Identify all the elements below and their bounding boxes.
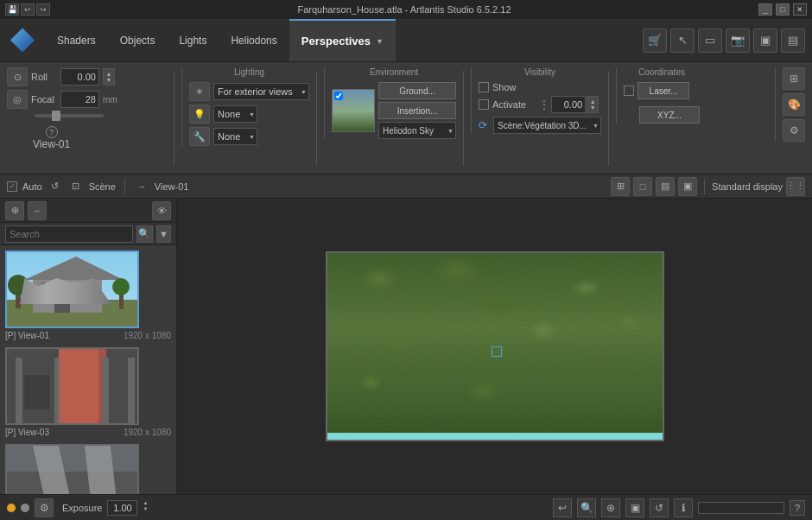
lighting-none2-wrapper[interactable]: None <box>213 128 257 145</box>
toolbar: ⊙ Roll ▲ ▼ ◎ Focal mm ? View-01 Light <box>0 62 812 174</box>
render-nav-btn[interactable]: ▣ <box>625 498 644 517</box>
search-button[interactable]: 🔍 <box>136 225 153 243</box>
export-icon[interactable]: ↖ <box>670 29 695 53</box>
more-icon[interactable]: ⋮⋮ <box>786 177 805 196</box>
menu-perspectives[interactable]: Perspectives ▼ <box>289 19 396 61</box>
scene-icon[interactable]: ⊡ <box>68 179 84 194</box>
settings-status-icon[interactable]: ⚙ <box>35 498 54 517</box>
list-item[interactable]: [P] View-01 1920 x 1080 <box>5 250 171 340</box>
tool-icon[interactable]: 🔧 <box>189 127 210 146</box>
ground-button[interactable]: Ground... <box>378 82 456 99</box>
grid2-icon[interactable]: ⊞ <box>611 177 630 196</box>
lighting-select-wrapper[interactable]: For exterior views <box>213 83 309 100</box>
roll-input[interactable] <box>60 68 99 86</box>
color-icon[interactable]: 🎨 <box>783 93 805 116</box>
perspective-thumb-view02[interactable] <box>5 444 139 494</box>
eye-icon[interactable]: 👁 <box>152 201 171 220</box>
refresh-icon[interactable]: ↺ <box>48 179 63 194</box>
grid-icon[interactable]: ▣ <box>753 29 777 53</box>
perspective-thumb-view03[interactable] <box>5 347 139 425</box>
exposure-spinner[interactable]: ▲ ▼ <box>143 500 148 516</box>
minimize-button[interactable]: _ <box>758 3 772 16</box>
focal-slider[interactable] <box>35 114 104 117</box>
laser-button[interactable]: Laser... <box>638 82 689 99</box>
auto-checkbox[interactable]: ✓ <box>7 181 17 192</box>
divider2 <box>316 71 317 166</box>
camera-icon[interactable]: 📷 <box>726 29 750 53</box>
close-button[interactable]: ✕ <box>793 3 807 16</box>
list-item[interactable]: [P] View-03 1920 x 1080 <box>5 347 171 437</box>
refresh-nav-btn[interactable]: ↺ <box>650 498 669 517</box>
svg-rect-13 <box>59 349 106 425</box>
env-checkbox[interactable] <box>334 92 343 100</box>
undo-nav-btn[interactable]: ↩ <box>553 498 572 517</box>
help-status-btn[interactable]: ? <box>790 500 805 516</box>
lighting-none2-select[interactable]: None <box>213 128 257 145</box>
maximize-button[interactable]: □ <box>776 3 790 16</box>
remove-perspective-icon[interactable]: − <box>28 201 47 220</box>
perspective-name: [P] View-01 <box>5 331 49 340</box>
env-preview <box>332 89 375 132</box>
focal-input[interactable] <box>60 91 99 108</box>
menu-objects[interactable]: Objects <box>108 19 168 61</box>
xyz-button[interactable]: XYZ... <box>639 106 700 124</box>
display-label: Standard display <box>712 181 783 192</box>
perspectives-label: Perspectives <box>301 35 371 48</box>
show-checkbox[interactable] <box>479 82 489 92</box>
perspective-thumb-view01[interactable] <box>5 250 139 328</box>
perspectives-list: [P] View-01 1920 x 1080 <box>0 245 176 494</box>
title-bar: 💾 ↩ ↪ Farquharson_House.atla - Artlantis… <box>0 0 812 19</box>
help-icon[interactable]: ? <box>46 126 58 138</box>
list-item[interactable]: [W] View-02 1920 x 1080 <box>5 444 171 494</box>
activate-checkbox[interactable] <box>479 99 489 110</box>
info-nav-btn[interactable]: ℹ <box>674 498 693 517</box>
activate-input[interactable] <box>551 96 586 113</box>
arrow-right-icon[interactable]: → <box>134 179 149 194</box>
lighting-none1-wrapper[interactable]: None <box>213 105 257 123</box>
settings-icon[interactable]: ⚙ <box>783 119 805 142</box>
warning-dot-gray <box>21 504 29 512</box>
heliodon-select-wrapper[interactable]: Heliodon Sky <box>378 122 456 139</box>
frame2-icon[interactable]: □ <box>633 177 652 196</box>
svg-rect-3 <box>41 282 59 300</box>
exposure-input[interactable] <box>107 500 137 516</box>
menu-heliodons[interactable]: Heliodons <box>219 19 289 61</box>
logo-diamond <box>10 29 35 53</box>
lighting-label: Lighting <box>189 67 309 77</box>
light-icon[interactable]: 💡 <box>189 105 210 124</box>
focal-icon[interactable]: ◎ <box>7 90 28 109</box>
zoom-nav-btn[interactable]: 🔍 <box>577 498 596 517</box>
svg-rect-15 <box>16 358 22 425</box>
region-icon[interactable]: ▣ <box>678 177 697 196</box>
panel-toolbar: ⊕ − 👁 <box>0 199 176 223</box>
scene-select-wrapper[interactable]: Scène:Végétation 3D... <box>493 117 601 134</box>
menu-icon[interactable]: ▤ <box>781 29 805 53</box>
svg-rect-12 <box>7 349 59 425</box>
viewport[interactable] <box>177 199 812 494</box>
fit-nav-btn[interactable]: ⊕ <box>601 498 620 517</box>
menu-right-icons: 🛒 ↖ ▭ 📷 ▣ ▤ <box>643 29 805 53</box>
lighting-select[interactable]: For exterior views <box>213 83 309 100</box>
activate-spinner[interactable]: ▲ ▼ <box>587 96 599 113</box>
menu-lights[interactable]: Lights <box>167 19 219 61</box>
render-icon[interactable]: ⊞ <box>783 67 805 90</box>
add-perspective-icon[interactable]: ⊕ <box>5 201 24 220</box>
filter-button[interactable]: ▼ <box>156 225 171 243</box>
sun-icon[interactable]: ☀ <box>189 82 210 101</box>
search-input[interactable] <box>5 225 133 243</box>
redo-icon[interactable]: ↪ <box>36 3 50 16</box>
menu-shaders[interactable]: Shaders <box>45 19 108 61</box>
cart-icon[interactable]: 🛒 <box>643 29 667 53</box>
scene-select[interactable]: Scène:Végétation 3D... <box>493 117 601 134</box>
lighting-none1-select[interactable]: None <box>213 105 257 123</box>
roll-icon[interactable]: ⊙ <box>7 67 28 86</box>
coord-checkbox[interactable] <box>624 86 634 96</box>
split-icon[interactable]: ▤ <box>656 177 675 196</box>
frame-icon[interactable]: ▭ <box>698 29 722 53</box>
insertion-button[interactable]: Insertion... <box>378 102 456 119</box>
undo-icon[interactable]: ↩ <box>21 3 35 16</box>
heliodon-select[interactable]: Heliodon Sky <box>378 122 456 139</box>
save-icon[interactable]: 💾 <box>5 3 19 16</box>
roll-spinner[interactable]: ▲ ▼ <box>103 68 115 86</box>
lighting-section: Lighting ☀ For exterior views 💡 None 🔧 N… <box>181 67 309 146</box>
